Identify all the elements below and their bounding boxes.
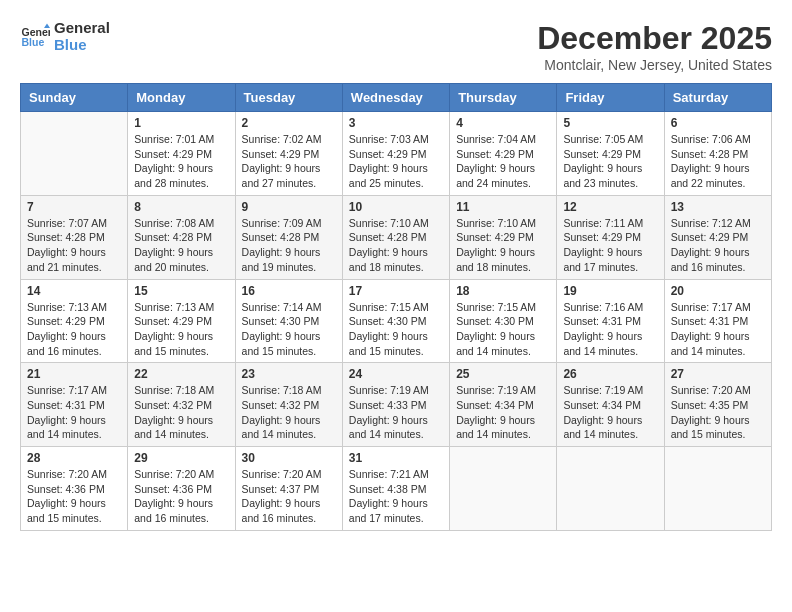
day-info: Sunrise: 7:18 AMSunset: 4:32 PMDaylight:…	[134, 383, 228, 442]
day-info: Sunrise: 7:07 AMSunset: 4:28 PMDaylight:…	[27, 216, 121, 275]
day-info: Sunrise: 7:05 AMSunset: 4:29 PMDaylight:…	[563, 132, 657, 191]
logo-text-line2: Blue	[54, 37, 110, 54]
calendar-week-row: 1Sunrise: 7:01 AMSunset: 4:29 PMDaylight…	[21, 112, 772, 196]
day-number: 19	[563, 284, 657, 298]
calendar-day-cell: 2Sunrise: 7:02 AMSunset: 4:29 PMDaylight…	[235, 112, 342, 196]
day-info: Sunrise: 7:15 AMSunset: 4:30 PMDaylight:…	[349, 300, 443, 359]
day-number: 6	[671, 116, 765, 130]
calendar-day-cell: 31Sunrise: 7:21 AMSunset: 4:38 PMDayligh…	[342, 447, 449, 531]
day-info: Sunrise: 7:16 AMSunset: 4:31 PMDaylight:…	[563, 300, 657, 359]
calendar-day-cell: 11Sunrise: 7:10 AMSunset: 4:29 PMDayligh…	[450, 195, 557, 279]
calendar-week-row: 14Sunrise: 7:13 AMSunset: 4:29 PMDayligh…	[21, 279, 772, 363]
day-info: Sunrise: 7:10 AMSunset: 4:28 PMDaylight:…	[349, 216, 443, 275]
day-number: 8	[134, 200, 228, 214]
weekday-header-wednesday: Wednesday	[342, 84, 449, 112]
calendar-day-cell: 18Sunrise: 7:15 AMSunset: 4:30 PMDayligh…	[450, 279, 557, 363]
day-number: 18	[456, 284, 550, 298]
month-title: December 2025	[537, 20, 772, 57]
day-number: 20	[671, 284, 765, 298]
calendar-day-cell: 19Sunrise: 7:16 AMSunset: 4:31 PMDayligh…	[557, 279, 664, 363]
day-number: 10	[349, 200, 443, 214]
logo-text-line1: General	[54, 20, 110, 37]
day-number: 23	[242, 367, 336, 381]
calendar-week-row: 28Sunrise: 7:20 AMSunset: 4:36 PMDayligh…	[21, 447, 772, 531]
day-info: Sunrise: 7:20 AMSunset: 4:37 PMDaylight:…	[242, 467, 336, 526]
logo-icon: General Blue	[20, 22, 50, 52]
day-info: Sunrise: 7:13 AMSunset: 4:29 PMDaylight:…	[27, 300, 121, 359]
calendar-empty-cell	[557, 447, 664, 531]
day-number: 13	[671, 200, 765, 214]
calendar-empty-cell	[21, 112, 128, 196]
title-area: December 2025 Montclair, New Jersey, Uni…	[537, 20, 772, 73]
day-number: 29	[134, 451, 228, 465]
day-number: 11	[456, 200, 550, 214]
day-info: Sunrise: 7:19 AMSunset: 4:33 PMDaylight:…	[349, 383, 443, 442]
day-info: Sunrise: 7:19 AMSunset: 4:34 PMDaylight:…	[563, 383, 657, 442]
day-info: Sunrise: 7:01 AMSunset: 4:29 PMDaylight:…	[134, 132, 228, 191]
day-info: Sunrise: 7:15 AMSunset: 4:30 PMDaylight:…	[456, 300, 550, 359]
location-label: Montclair, New Jersey, United States	[537, 57, 772, 73]
day-number: 12	[563, 200, 657, 214]
calendar-day-cell: 16Sunrise: 7:14 AMSunset: 4:30 PMDayligh…	[235, 279, 342, 363]
calendar-day-cell: 15Sunrise: 7:13 AMSunset: 4:29 PMDayligh…	[128, 279, 235, 363]
weekday-header-tuesday: Tuesday	[235, 84, 342, 112]
day-info: Sunrise: 7:11 AMSunset: 4:29 PMDaylight:…	[563, 216, 657, 275]
day-info: Sunrise: 7:04 AMSunset: 4:29 PMDaylight:…	[456, 132, 550, 191]
calendar-day-cell: 29Sunrise: 7:20 AMSunset: 4:36 PMDayligh…	[128, 447, 235, 531]
calendar-day-cell: 10Sunrise: 7:10 AMSunset: 4:28 PMDayligh…	[342, 195, 449, 279]
day-info: Sunrise: 7:06 AMSunset: 4:28 PMDaylight:…	[671, 132, 765, 191]
day-number: 15	[134, 284, 228, 298]
day-info: Sunrise: 7:20 AMSunset: 4:35 PMDaylight:…	[671, 383, 765, 442]
page-header: General Blue General Blue December 2025 …	[20, 20, 772, 73]
calendar-week-row: 21Sunrise: 7:17 AMSunset: 4:31 PMDayligh…	[21, 363, 772, 447]
weekday-header-friday: Friday	[557, 84, 664, 112]
calendar-header-row: SundayMondayTuesdayWednesdayThursdayFrid…	[21, 84, 772, 112]
calendar-day-cell: 27Sunrise: 7:20 AMSunset: 4:35 PMDayligh…	[664, 363, 771, 447]
day-info: Sunrise: 7:20 AMSunset: 4:36 PMDaylight:…	[134, 467, 228, 526]
calendar-day-cell: 6Sunrise: 7:06 AMSunset: 4:28 PMDaylight…	[664, 112, 771, 196]
day-number: 3	[349, 116, 443, 130]
calendar-day-cell: 8Sunrise: 7:08 AMSunset: 4:28 PMDaylight…	[128, 195, 235, 279]
day-info: Sunrise: 7:17 AMSunset: 4:31 PMDaylight:…	[671, 300, 765, 359]
day-info: Sunrise: 7:14 AMSunset: 4:30 PMDaylight:…	[242, 300, 336, 359]
day-number: 24	[349, 367, 443, 381]
day-number: 31	[349, 451, 443, 465]
calendar-day-cell: 5Sunrise: 7:05 AMSunset: 4:29 PMDaylight…	[557, 112, 664, 196]
calendar-day-cell: 23Sunrise: 7:18 AMSunset: 4:32 PMDayligh…	[235, 363, 342, 447]
day-number: 26	[563, 367, 657, 381]
calendar-day-cell: 22Sunrise: 7:18 AMSunset: 4:32 PMDayligh…	[128, 363, 235, 447]
day-info: Sunrise: 7:02 AMSunset: 4:29 PMDaylight:…	[242, 132, 336, 191]
day-info: Sunrise: 7:03 AMSunset: 4:29 PMDaylight:…	[349, 132, 443, 191]
day-number: 27	[671, 367, 765, 381]
calendar-day-cell: 26Sunrise: 7:19 AMSunset: 4:34 PMDayligh…	[557, 363, 664, 447]
calendar-day-cell: 9Sunrise: 7:09 AMSunset: 4:28 PMDaylight…	[235, 195, 342, 279]
day-number: 28	[27, 451, 121, 465]
calendar-day-cell: 13Sunrise: 7:12 AMSunset: 4:29 PMDayligh…	[664, 195, 771, 279]
calendar-day-cell: 17Sunrise: 7:15 AMSunset: 4:30 PMDayligh…	[342, 279, 449, 363]
calendar-empty-cell	[664, 447, 771, 531]
day-number: 2	[242, 116, 336, 130]
day-number: 14	[27, 284, 121, 298]
calendar-day-cell: 4Sunrise: 7:04 AMSunset: 4:29 PMDaylight…	[450, 112, 557, 196]
weekday-header-monday: Monday	[128, 84, 235, 112]
day-number: 5	[563, 116, 657, 130]
calendar-day-cell: 7Sunrise: 7:07 AMSunset: 4:28 PMDaylight…	[21, 195, 128, 279]
day-info: Sunrise: 7:18 AMSunset: 4:32 PMDaylight:…	[242, 383, 336, 442]
day-number: 25	[456, 367, 550, 381]
calendar-day-cell: 1Sunrise: 7:01 AMSunset: 4:29 PMDaylight…	[128, 112, 235, 196]
day-number: 17	[349, 284, 443, 298]
day-info: Sunrise: 7:08 AMSunset: 4:28 PMDaylight:…	[134, 216, 228, 275]
day-info: Sunrise: 7:17 AMSunset: 4:31 PMDaylight:…	[27, 383, 121, 442]
day-info: Sunrise: 7:10 AMSunset: 4:29 PMDaylight:…	[456, 216, 550, 275]
day-info: Sunrise: 7:13 AMSunset: 4:29 PMDaylight:…	[134, 300, 228, 359]
day-number: 30	[242, 451, 336, 465]
calendar-day-cell: 30Sunrise: 7:20 AMSunset: 4:37 PMDayligh…	[235, 447, 342, 531]
calendar-day-cell: 25Sunrise: 7:19 AMSunset: 4:34 PMDayligh…	[450, 363, 557, 447]
day-number: 21	[27, 367, 121, 381]
day-number: 7	[27, 200, 121, 214]
day-info: Sunrise: 7:21 AMSunset: 4:38 PMDaylight:…	[349, 467, 443, 526]
weekday-header-sunday: Sunday	[21, 84, 128, 112]
day-info: Sunrise: 7:09 AMSunset: 4:28 PMDaylight:…	[242, 216, 336, 275]
calendar-week-row: 7Sunrise: 7:07 AMSunset: 4:28 PMDaylight…	[21, 195, 772, 279]
calendar-table: SundayMondayTuesdayWednesdayThursdayFrid…	[20, 83, 772, 531]
